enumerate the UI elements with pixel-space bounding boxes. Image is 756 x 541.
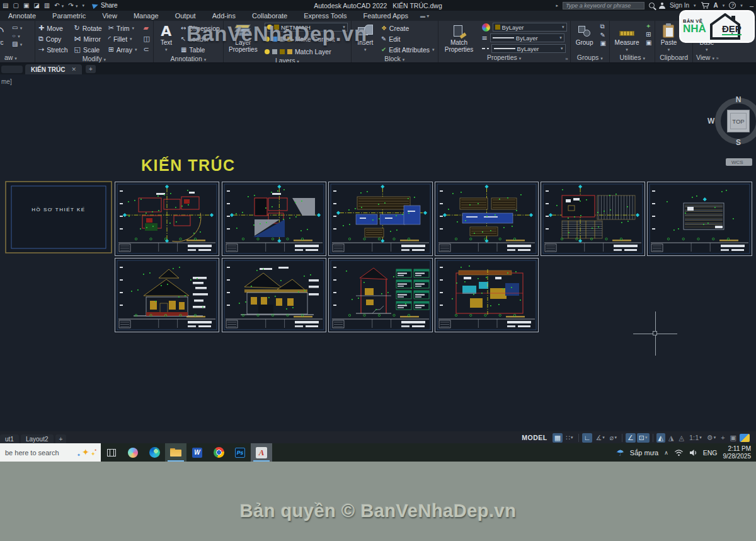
edit-block-tool[interactable]: ✎Edit <box>381 33 435 44</box>
measure-tool[interactable]: Measure▾ <box>613 23 641 53</box>
erase-tool[interactable]: ▰ <box>143 23 149 33</box>
osnap-tracking-icon[interactable]: ∠ <box>626 433 636 443</box>
copy-tool[interactable]: ⧉Copy <box>38 33 67 44</box>
language-indicator[interactable]: ENG <box>703 449 718 457</box>
isolate-objects-icon[interactable]: ▣ <box>728 433 738 443</box>
workspace-gear-icon[interactable]: ⚙▾ <box>705 433 718 443</box>
sheet-elevation-2[interactable] <box>222 258 326 332</box>
ellipse-icon[interactable]: ○ ▾ <box>12 32 22 39</box>
stretch-tool[interactable]: ⇢Stretch <box>38 44 67 55</box>
quick-select-icon[interactable]: ⊞ <box>646 31 651 38</box>
snap-mode-icon[interactable]: ∷▾ <box>564 433 575 443</box>
group-edit-icon[interactable]: ✎ <box>600 32 606 38</box>
grid-icon[interactable]: ▦ <box>553 433 563 443</box>
ribbon-tab-output[interactable]: Output <box>167 11 204 21</box>
scale-tool[interactable]: ◱Scale <box>74 44 101 55</box>
keyword-search-input[interactable] <box>563 2 644 9</box>
help-icon[interactable]: ? <box>729 2 736 9</box>
object-color-select[interactable]: ByLayer▾ <box>493 23 567 32</box>
create-block-tool[interactable]: ❖Create <box>381 23 435 33</box>
offset-tool[interactable]: ⊂ <box>143 44 149 55</box>
autocad-button[interactable]: A <box>251 443 272 462</box>
search-icon[interactable] <box>649 3 655 8</box>
osnap-icon[interactable]: ⊡▾ <box>637 433 650 443</box>
arc-tool[interactable]: ◠ Arc▾ <box>0 23 7 53</box>
photoshop-button[interactable]: Ps <box>229 443 251 462</box>
ribbon-tab-add-ins[interactable]: Add-ins <box>204 11 244 21</box>
edge-button[interactable] <box>144 443 165 462</box>
autoscale-icon[interactable]: ◮ <box>667 433 675 443</box>
viewcube-west[interactable]: W <box>707 117 714 125</box>
sign-in-link[interactable]: Sign In <box>670 2 689 9</box>
match-properties-tool[interactable]: Match Properties <box>442 23 477 53</box>
sheet-section-1[interactable] <box>328 258 433 332</box>
panel-launcher-icon[interactable]: » <box>565 56 568 62</box>
rotate-tool[interactable]: ↻Rotate <box>74 23 101 33</box>
chrome-button[interactable] <box>208 443 229 462</box>
plus-icon[interactable]: + <box>719 433 726 443</box>
mirror-tool[interactable]: ⋈Mirror <box>74 33 101 44</box>
redo-icon[interactable]: ↷ ▾ <box>68 2 77 9</box>
quick-calc-icon[interactable]: ▣ <box>646 39 651 46</box>
plot-icon[interactable]: ▥ <box>44 2 50 9</box>
explode-tool[interactable]: ◫ <box>143 33 149 44</box>
sheet-plan-3[interactable] <box>328 182 433 256</box>
array-tool[interactable]: ⊞Array ▾ <box>108 44 137 55</box>
fillet-tool[interactable]: ◜Fillet ▾ <box>108 33 137 44</box>
ribbon-tab-annotate[interactable]: Annotate <box>0 11 44 21</box>
linetype-select[interactable]: ByLayer▾ <box>491 44 566 53</box>
group-tool[interactable]: Group <box>574 23 595 46</box>
ribbon-tab-view[interactable]: View <box>94 11 125 21</box>
viewcube-top-face[interactable]: TOP <box>727 110 750 132</box>
signin-dropdown-icon[interactable]: ▾ <box>694 3 696 8</box>
sheet-plan-4[interactable] <box>435 182 539 256</box>
app-dropdown-icon[interactable]: ▾ <box>723 3 725 8</box>
share-button[interactable]: Share <box>93 2 118 9</box>
file-tab-overflow[interactable] <box>1 66 23 73</box>
block-panel-label[interactable]: Block ▾ <box>355 55 435 62</box>
file-tab-active[interactable]: KIẾN TRÚC ✕ <box>25 64 82 74</box>
polar-tracking-icon[interactable]: ∡▾ <box>593 433 606 443</box>
sheet-plan-1[interactable] <box>115 182 219 256</box>
ribbon-collapse-icon[interactable]: ▬ ▾ <box>420 13 429 19</box>
id-point-icon[interactable]: ✦ <box>646 23 651 30</box>
draw-panel-label[interactable]: aw ▾ <box>0 54 32 62</box>
viewcube-south[interactable]: S <box>736 138 741 147</box>
app-menu-icon[interactable]: ▤ <box>3 2 8 9</box>
utilities-panel-label[interactable]: Utilities ▾ <box>613 54 651 62</box>
wcs-selector[interactable]: WCS▾ <box>726 158 752 166</box>
file-explorer-button[interactable] <box>165 443 186 462</box>
new-layout-button[interactable]: + <box>55 434 67 444</box>
isodraft-icon[interactable]: ⌀▾ <box>608 433 619 443</box>
annotation-scale-icon[interactable]: ◬ <box>677 433 685 443</box>
sheet-plan-2[interactable] <box>222 182 326 256</box>
viewport-controls-fragment[interactable]: me] <box>1 78 12 85</box>
close-tab-icon[interactable]: ✕ <box>71 66 76 73</box>
tray-expand-icon[interactable]: ∧ <box>664 450 668 456</box>
paste-tool[interactable]: Paste▾ <box>658 23 679 53</box>
ungroup-icon[interactable]: ⧉ <box>600 23 606 30</box>
annotation-panel-label[interactable]: Annotation ▾ <box>157 55 220 62</box>
properties-panel-label[interactable]: Properties ▾» <box>442 54 567 62</box>
match-layer-tool[interactable]: Match Layer <box>265 46 348 57</box>
layout-tab-ut1[interactable]: ut1 <box>0 434 19 444</box>
layout-tab-layout2[interactable]: Layout2 <box>21 434 54 444</box>
text-tool[interactable]: A Text▾ <box>157 23 176 53</box>
color-wheel-icon[interactable] <box>482 23 490 32</box>
groups-panel-label[interactable]: Groups ▾ <box>574 54 606 62</box>
save-icon[interactable]: ▣ <box>23 2 29 9</box>
view-panel-label[interactable]: View ▾ » <box>696 54 719 62</box>
sheet-roof-1[interactable] <box>541 182 645 256</box>
app-store-cart-icon[interactable] <box>701 2 709 9</box>
viewcube-north[interactable]: N <box>736 95 742 104</box>
clock[interactable]: 2:11 PM 9/28/2025 <box>723 445 752 460</box>
task-view-button[interactable] <box>101 443 122 462</box>
model-space-button[interactable]: MODEL <box>522 434 547 441</box>
save-as-icon[interactable]: ◪ <box>33 2 39 9</box>
hatch-icon[interactable]: ▨ ▾ <box>12 40 22 47</box>
layers-panel-label[interactable]: Layers ▾ <box>227 57 348 63</box>
lineweight-select[interactable]: ByLayer▾ <box>490 33 564 42</box>
new-tab-button[interactable]: + <box>86 65 96 73</box>
minimize-button[interactable]: – <box>750 2 753 9</box>
word-button[interactable]: W <box>186 443 208 462</box>
